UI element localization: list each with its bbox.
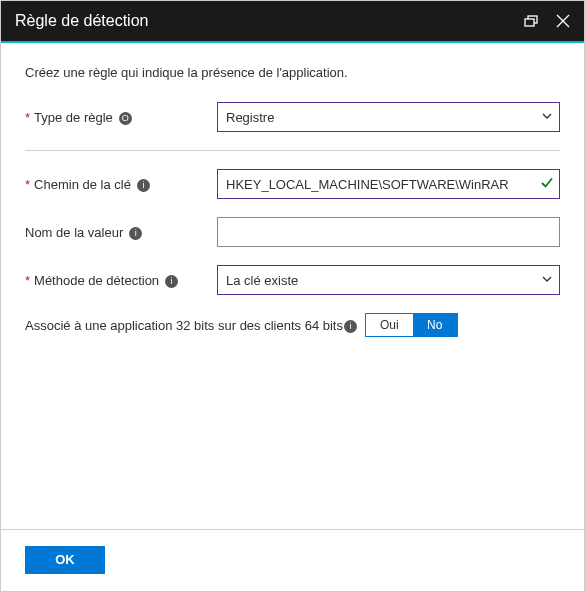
- field-key-path: [217, 169, 560, 199]
- label-detection-method: * Méthode de détection i: [25, 273, 205, 288]
- modal-header: Règle de détection: [1, 1, 584, 43]
- info-icon[interactable]: i: [137, 179, 150, 192]
- rule-type-select[interactable]: Registre: [217, 102, 560, 132]
- label-text: Méthode de détection: [34, 273, 159, 288]
- value-name-input[interactable]: [217, 217, 560, 247]
- field-detection-method: La clé existe: [217, 265, 560, 295]
- separator: [25, 150, 560, 151]
- row-rule-type: * Type de règle O Registre: [25, 102, 560, 132]
- row-key-path: * Chemin de la clé i: [25, 169, 560, 199]
- label-assoc-32: Associé à une application 32 bits sur de…: [25, 318, 343, 333]
- label-rule-type: * Type de règle O: [25, 110, 205, 125]
- label-key-path: * Chemin de la clé i: [25, 177, 205, 192]
- ok-button[interactable]: OK: [25, 546, 105, 574]
- header-actions: [524, 14, 570, 28]
- svg-rect-1: [525, 19, 534, 26]
- info-icon[interactable]: O: [119, 112, 132, 125]
- label-text: Chemin de la clé: [34, 177, 131, 192]
- required-marker: *: [25, 273, 30, 288]
- info-icon[interactable]: i: [344, 320, 357, 333]
- info-icon[interactable]: i: [129, 227, 142, 240]
- key-path-input[interactable]: [217, 169, 560, 199]
- label-text: Nom de la valeur: [25, 225, 123, 240]
- toggle-yes-button[interactable]: Oui: [366, 314, 413, 336]
- modal-footer: OK: [1, 529, 584, 589]
- field-value-name: [217, 217, 560, 247]
- row-detection-method: * Méthode de détection i La clé existe: [25, 265, 560, 295]
- close-icon[interactable]: [556, 14, 570, 28]
- required-marker: *: [25, 110, 30, 125]
- assoc-32-toggle: Oui No: [365, 313, 458, 337]
- restore-window-icon[interactable]: [524, 15, 538, 27]
- modal-content: Créez une règle qui indique la présence …: [1, 43, 584, 529]
- row-value-name: Nom de la valeur i: [25, 217, 560, 247]
- select-value: La clé existe: [226, 273, 298, 288]
- field-rule-type: Registre: [217, 102, 560, 132]
- detection-method-select[interactable]: La clé existe: [217, 265, 560, 295]
- toggle-no-button[interactable]: No: [413, 314, 457, 336]
- modal-title: Règle de détection: [15, 12, 148, 30]
- label-text: Type de règle: [34, 110, 113, 125]
- chevron-down-icon: [541, 110, 553, 125]
- info-icon[interactable]: i: [165, 275, 178, 288]
- label-value-name: Nom de la valeur i: [25, 225, 205, 240]
- row-assoc-32: Associé à une application 32 bits sur de…: [25, 313, 560, 337]
- required-marker: *: [25, 177, 30, 192]
- chevron-down-icon: [541, 273, 553, 288]
- select-value: Registre: [226, 110, 274, 125]
- intro-text: Créez une règle qui indique la présence …: [25, 65, 560, 80]
